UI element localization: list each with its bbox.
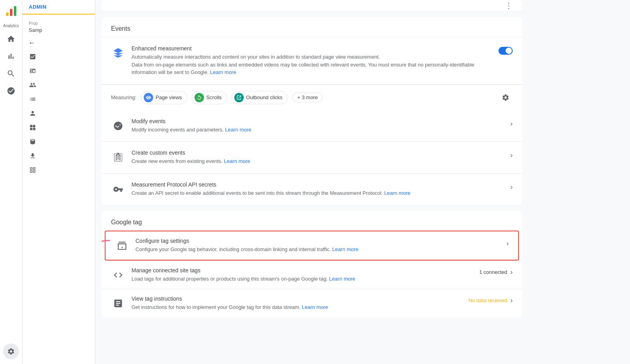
modify-events-title: Modify events [132,118,504,124]
configure-tag-learn-more[interactable]: Learn more [332,246,358,252]
enhanced-measurement-icon [111,46,125,60]
sidebar-item-5[interactable] [22,106,95,120]
google-tag-header: Google tag [102,211,522,231]
sidebar-item-8[interactable] [22,149,95,163]
content-wrapper: ⋮ Events Enhanced measurement [95,0,528,336]
page-views-badge-icon [144,93,153,102]
sidebar-item-3[interactable] [22,78,95,92]
enhanced-measurement-row: Enhanced measurement Automatically measu… [102,37,522,85]
create-custom-chevron-icon: › [510,151,513,159]
nav-explore-icon[interactable] [3,66,19,81]
svg-point-3 [117,50,119,52]
view-instructions-content: View tag instructions Get instructions f… [132,296,462,311]
sidebar-item-1[interactable] [22,50,95,64]
admin-tab[interactable]: ADMIN [22,0,95,15]
nav-reports-icon[interactable] [3,48,19,64]
modify-events-icon [111,119,125,133]
nav-settings-icon[interactable] [3,344,19,359]
nav-advertising-icon[interactable] [3,83,19,99]
manage-connected-desc: Load tags for additional properties or p… [132,275,473,283]
sample-label: Samp [22,26,95,36]
manage-connected-content: Manage connected site tags Load tags for… [132,267,473,283]
enhanced-measurement-toggle-container: ✓ [498,47,513,55]
sidebar-back-button[interactable]: ← [22,36,95,50]
measurement-protocol-learn-more[interactable]: Learn more [384,190,410,196]
view-instructions-title: View tag instructions [132,296,462,302]
enhanced-learn-more-link[interactable]: Learn more [210,69,236,75]
configure-wrapper: Configure tag settings Configure your Go… [102,231,522,261]
sidebar-item-4[interactable] [22,92,95,106]
back-icon: ← [29,39,35,46]
sidebar-item-7[interactable] [22,135,95,149]
sidebar-item-9[interactable] [22,163,95,177]
sidebar-item-2[interactable] [22,64,95,78]
modify-events-content: Modify events Modify incoming events and… [132,118,504,134]
sidebar-item-6[interactable] [22,120,95,135]
layout-icon [29,67,37,75]
upload-icon [29,152,37,160]
list-icon [29,95,37,103]
app-logo [3,3,19,19]
enhanced-measurement-toggle[interactable]: ✓ [498,47,513,55]
measurement-protocol-desc: Create an API secret to enable additiona… [132,189,504,197]
no-data-status: No data received [469,297,507,303]
events-section-header: Events [102,17,522,37]
configure-tag-content: Configure tag settings Configure your Go… [135,238,500,253]
page-views-badge-label: Page views [156,94,182,100]
view-tag-instructions-row[interactable]: View tag instructions Get instructions f… [102,289,522,318]
create-custom-title: Create custom events [132,150,504,156]
create-custom-content: Create custom events Create new events f… [132,150,504,165]
configure-tag-desc: Configure your Google tag behavior, incl… [135,246,500,253]
view-instructions-learn-more[interactable]: Learn more [302,304,328,310]
create-custom-events-row[interactable]: Create custom events Create new events f… [102,142,522,174]
scrolls-badge[interactable]: Scrolls [192,91,227,104]
enhanced-measurement-content: Enhanced measurement Automatically measu… [132,45,492,76]
modify-events-chevron-icon: › [510,120,513,128]
google-tag-section: Google tag Configure tag settings Config… [102,211,522,318]
top-partial-card: ⋮ [102,0,522,11]
view-instructions-status-area: No data received › [469,296,513,305]
measurement-protocol-content: Measurement Protocol API secrets Create … [132,181,504,197]
checkbox-icon [29,53,37,61]
configure-tag-icon [115,238,129,253]
measurement-protocol-chevron-icon: › [510,183,513,191]
group-icon [29,81,37,89]
measurement-protocol-title: Measurement Protocol API secrets [132,181,504,188]
manage-connected-learn-more[interactable]: Learn more [329,276,355,282]
manage-connected-status-area: 1 connected › [479,268,513,276]
outbound-clicks-badge-label: Outbound clicks [246,94,283,100]
modify-events-desc: Modify incoming events and parameters. L… [132,126,504,134]
events-section-card: Events Enhanced measurement Automaticall… [102,17,522,205]
modify-events-row[interactable]: Modify events Modify incoming events and… [102,110,522,142]
connected-status: 1 connected [479,269,507,275]
enhanced-measurement-desc: Automatically measure interactions and c… [132,53,492,76]
measurement-protocol-icon [111,182,125,196]
configure-tag-chevron: › [506,239,509,248]
modify-events-chevron: › [510,120,513,128]
scrolls-badge-icon [195,93,204,102]
left-nav: Analytics [0,0,22,364]
scrolls-badge-label: Scrolls [206,94,222,100]
widgets-icon [29,124,37,131]
outbound-clicks-badge[interactable]: Outbound clicks [232,91,288,104]
top-card-menu-icon[interactable]: ⋮ [505,1,513,10]
modify-events-learn-more[interactable]: Learn more [225,127,251,133]
database-icon [29,138,37,146]
manage-connected-row[interactable]: Manage connected site tags Load tags for… [102,261,522,289]
page-views-badge[interactable]: Page views [141,91,187,104]
more-badge[interactable]: + 3 more [292,92,323,102]
nav-home-icon[interactable] [3,31,19,47]
create-custom-desc: Create new events from existing events. … [132,157,504,165]
configure-tag-row[interactable]: Configure tag settings Configure your Go… [105,231,519,261]
app-title-label: Analytics [3,24,19,28]
measurement-protocol-row[interactable]: Measurement Protocol API secrets Create … [102,174,522,205]
measuring-gear-button[interactable] [498,91,513,105]
manage-connected-chevron-icon: › [510,268,513,276]
configure-tag-title: Configure tag settings [135,238,500,244]
svg-rect-2 [14,6,16,16]
create-custom-learn-more[interactable]: Learn more [224,158,250,164]
view-instructions-desc: Get instructions for how to implement yo… [132,303,462,311]
configure-tag-chevron-icon: › [506,239,509,248]
svg-rect-0 [6,13,8,16]
outbound-clicks-badge-icon [234,93,244,102]
